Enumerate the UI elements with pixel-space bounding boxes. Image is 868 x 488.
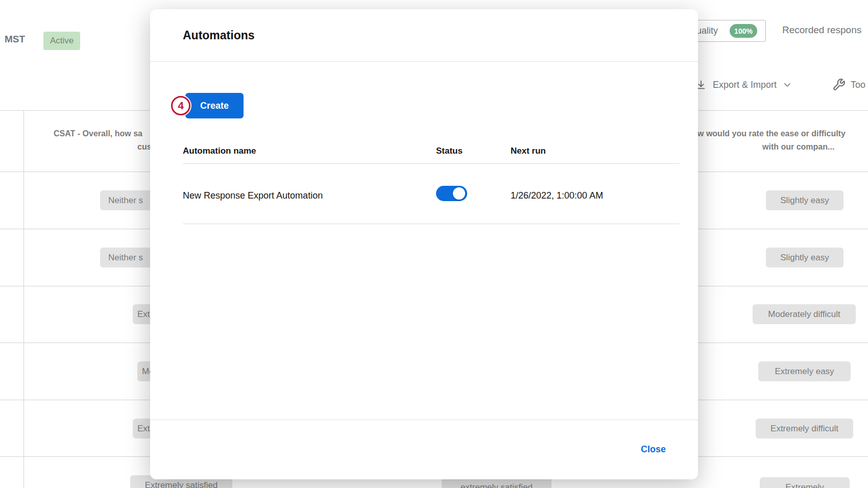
table-row-divider — [183, 224, 680, 224]
column-header-automation-name: Automation name — [183, 146, 256, 156]
close-button[interactable]: Close — [641, 444, 666, 455]
screen: MST Active uality 100% Recorded respons … — [0, 0, 868, 488]
create-button[interactable]: Create — [185, 93, 244, 118]
toggle-knob — [453, 187, 465, 200]
automation-name-cell: New Response Export Automation — [183, 190, 323, 201]
column-header-status: Status — [436, 146, 463, 156]
modal-title: Automations — [183, 29, 255, 42]
step-4-annotation: 4 — [171, 96, 190, 115]
status-toggle[interactable] — [436, 186, 467, 201]
automations-modal: Automations Create 4 Automation name Sta… — [150, 9, 698, 479]
column-header-next-run: Next run — [511, 146, 546, 156]
modal-header-divider — [150, 61, 698, 62]
next-run-cell: 1/26/2022, 1:00:00 AM — [511, 190, 603, 201]
table-header-divider — [183, 163, 680, 164]
modal-footer-divider — [150, 420, 698, 420]
